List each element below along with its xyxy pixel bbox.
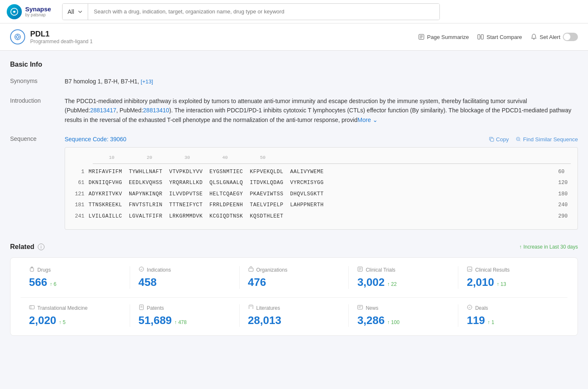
stat-card-label: Literatures: [248, 304, 340, 311]
sequence-value: Sequence Code: 39060 Copy: [65, 135, 578, 230]
related-info-icon[interactable]: i: [38, 244, 44, 250]
introduction-label: Introduction: [10, 96, 65, 104]
page-title: PDL1: [30, 30, 93, 39]
copy-sequence-button[interactable]: Copy: [489, 136, 509, 143]
basic-info-title: Basic Info: [10, 61, 578, 68]
stat-label-text: Clinical Trials: [366, 267, 395, 273]
stat-card-clinical-trials[interactable]: Clinical Trials 3,002 ↑ 22: [349, 266, 458, 289]
stat-card-label: Translational Medicine: [29, 304, 121, 311]
seq-start-num: 241: [72, 212, 89, 221]
sequence-header: Sequence Code: 39060 Copy: [65, 135, 578, 144]
alert-icon: [531, 34, 537, 40]
stat-card-deals[interactable]: Deals 119 ↑ 1: [458, 304, 567, 327]
more-link[interactable]: More ⌄: [358, 117, 378, 123]
stat-value-row: 2,010 ↑ 13: [467, 276, 559, 289]
start-compare-button[interactable]: Start Compare: [477, 34, 522, 40]
find-similar-label: Find Similar Sequence: [523, 136, 578, 143]
ruler-30: 30: [168, 154, 206, 162]
org-icon: [248, 266, 254, 273]
svg-rect-14: [491, 138, 494, 142]
copy-label: Copy: [496, 136, 509, 143]
stat-card-indications[interactable]: Indications 458: [130, 266, 240, 289]
set-alert-area: Set Alert: [531, 33, 578, 41]
stat-value: 476: [248, 276, 266, 289]
introduction-value: The PDCD1-mediated inhibitory pathway is…: [65, 96, 578, 124]
related-header: Related i ↑ Increase in Last 30 days: [10, 243, 578, 251]
stat-value-row: 2,020 ↑ 5: [29, 314, 121, 327]
sequence-rows: 1 MRIFAVFIFM TYWHLLNAFT VTVPKDLYVV EYGSN…: [72, 167, 571, 221]
related-title: Related: [10, 243, 34, 251]
stat-card-translational-medicine[interactable]: Translational Medicine 2,020 ↑ 5: [21, 304, 130, 327]
news-icon: [357, 304, 363, 311]
stat-label-text: News: [366, 305, 378, 311]
main-content: Basic Info Synonyms B7 homolog 1, B7-H, …: [0, 51, 588, 346]
page-header-left: PDL1 Programmed death-ligand 1: [10, 29, 93, 44]
search-type-dropdown[interactable]: All: [63, 4, 88, 20]
ruler-10: 10: [93, 154, 131, 162]
stat-card-literatures[interactable]: Literatures 28,013: [240, 304, 349, 327]
seq-end-num: 120: [554, 178, 571, 188]
logo-text: Synapse by patsnap: [25, 6, 51, 18]
stat-label-text: Literatures: [256, 305, 280, 311]
summarize-label: Page Summarize: [427, 34, 469, 40]
cards-divider: [21, 297, 567, 298]
ruler-40: 40: [206, 154, 244, 162]
svg-point-16: [517, 138, 519, 140]
stat-card-patents[interactable]: Patents 51,689 ↑ 478: [130, 304, 240, 327]
svg-rect-12: [481, 35, 483, 39]
results-icon: [467, 266, 473, 273]
cards-row-2: Translational Medicine 2,020 ↑ 5 Patents…: [21, 304, 567, 327]
stat-value-row: 3,286 ↑ 100: [357, 314, 449, 327]
deals-icon: [467, 304, 473, 311]
alert-label: Set Alert: [540, 34, 560, 40]
target-icon: [10, 29, 25, 44]
related-cards: Drugs 566 ↑ 6 Indications 458 O: [10, 257, 578, 336]
logo-icon: [7, 4, 22, 19]
svg-point-18: [139, 267, 144, 272]
stat-card-label: News: [357, 304, 449, 311]
synonyms-label: Synonyms: [10, 77, 65, 84]
stat-card-news[interactable]: News 3,286 ↑ 100: [349, 304, 458, 327]
stat-value: 28,013: [248, 314, 282, 327]
synonyms-more[interactable]: [+13]: [141, 78, 153, 85]
stat-card-label: Clinical Results: [467, 266, 559, 273]
seq-data: MRIFAVFIFM TYWHLLNAFT VTVPKDLYVV EYGSNMT…: [89, 167, 554, 177]
seq-start-num: 121: [72, 189, 89, 199]
search-bar: All: [62, 3, 440, 20]
stat-value: 119: [467, 314, 485, 327]
svg-rect-25: [29, 306, 34, 309]
copy-icon: [489, 136, 494, 142]
pubmed1-link[interactable]: 28813417: [90, 107, 116, 114]
ruler-20: 20: [131, 154, 168, 162]
stat-value-row: 28,013: [248, 314, 340, 327]
stat-card-label: Organizations: [248, 266, 340, 273]
intro-mid: , PubMed:: [116, 107, 143, 114]
stat-card-clinical-results[interactable]: Clinical Results 2,010 ↑ 13: [458, 266, 567, 289]
search-input[interactable]: [88, 4, 439, 20]
stat-value-row: 51,689 ↑ 478: [139, 314, 231, 327]
alert-toggle[interactable]: [563, 33, 578, 41]
stat-card-organizations[interactable]: Organizations 476: [240, 266, 349, 289]
search-type-label: All: [68, 8, 74, 15]
svg-rect-19: [248, 268, 253, 272]
stat-label-text: Patents: [147, 305, 164, 311]
find-similar-button[interactable]: Find Similar Sequence: [515, 136, 578, 143]
seq-data: DKNIIQFVHG EEDLKVQHSS YRQRARLLKD QLSLGNA…: [89, 178, 554, 188]
sequence-code-link[interactable]: Sequence Code: 39060: [65, 135, 126, 144]
page-summarize-button[interactable]: Page Summarize: [418, 34, 469, 40]
seq-end-num: 290: [554, 212, 571, 221]
stat-value: 458: [139, 276, 157, 289]
logo: Synapse by patsnap: [7, 4, 57, 19]
svg-rect-11: [478, 35, 480, 39]
stat-value: 566: [29, 276, 47, 289]
increase-label: ↑ Increase in Last 30 days: [519, 244, 578, 250]
stat-value-row: 119 ↑ 1: [467, 314, 559, 327]
seq-ruler: 10 20 30 40 50: [93, 154, 571, 162]
sequence-row: 1 MRIFAVFIFM TYWHLLNAFT VTVPKDLYVV EYGSN…: [72, 167, 571, 177]
stat-label-text: Clinical Results: [475, 267, 510, 273]
pubmed2-link[interactable]: 28813410: [143, 107, 169, 114]
stat-card-drugs[interactable]: Drugs 566 ↑ 6: [21, 266, 130, 289]
seq-start-num: 61: [72, 178, 89, 188]
stat-card-label: Drugs: [29, 266, 121, 273]
seq-start-num: 181: [72, 200, 89, 210]
